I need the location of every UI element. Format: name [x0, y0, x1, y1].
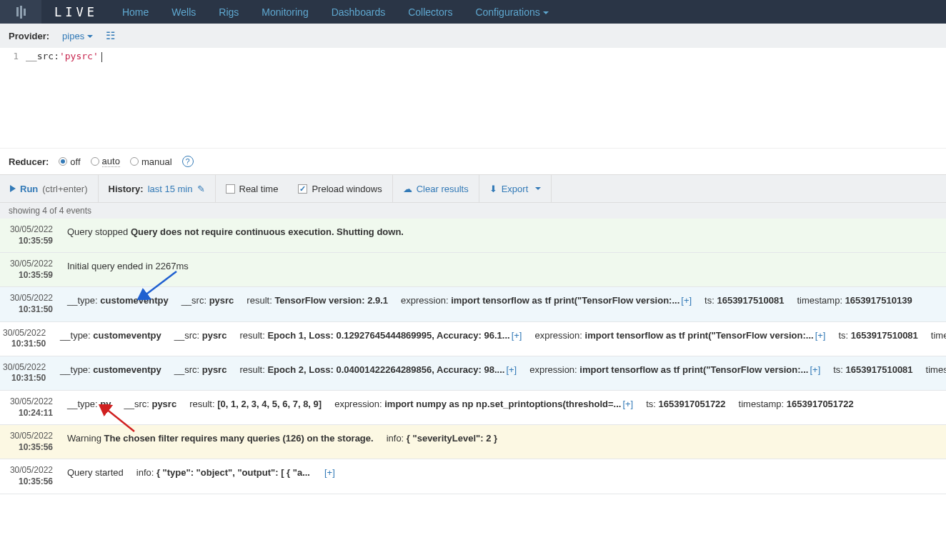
nav-item-collectors[interactable]: Collectors	[397, 1, 464, 24]
event-body: Query stopped Query does not require con…	[60, 219, 946, 252]
run-button[interactable]: Run (ctrl+enter)	[0, 175, 99, 202]
play-icon	[10, 185, 16, 192]
event-body: __type: customeventpy__src: pysrcresult:…	[53, 322, 946, 356]
nav-item-wells[interactable]: Wells	[160, 1, 207, 24]
reducer-manual-radio[interactable]: manual	[130, 156, 172, 167]
event-timestamp: 30/05/202210:24:11	[0, 391, 60, 424]
expand-button[interactable]: [+]	[512, 330, 522, 341]
brand-text: LIVE	[41, 5, 111, 19]
provider-label: Provider:	[9, 31, 49, 41]
event-timestamp: 30/05/202210:35:56	[0, 459, 60, 493]
event-body: Query startedinfo: { "type": "object", "…	[60, 459, 946, 493]
event-body: Warning The chosen filter requires many …	[60, 425, 946, 459]
expand-button[interactable]: [+]	[622, 399, 633, 409]
nav-item-dashboards[interactable]: Dashboards	[320, 1, 397, 24]
edit-icon[interactable]: ✎	[197, 184, 205, 194]
line-number: 1	[0, 51, 26, 62]
event-timestamp: 30/05/202210:31:50	[0, 287, 60, 321]
export-button[interactable]: ⬇ Export	[479, 175, 552, 202]
code-editor[interactable]: 1 __src:'pysrc'	[0, 48, 946, 148]
provider-bar: Provider: pipes ☷	[0, 24, 946, 48]
red-arrow-annotation	[99, 404, 141, 436]
nav-item-home[interactable]: Home	[111, 1, 160, 24]
event-body: __type: customeventpy__src: pysrcresult:…	[53, 356, 946, 390]
nav-item-configurations[interactable]: Configurations	[464, 1, 559, 24]
reducer-bar: Reducer: off auto manual ?	[0, 148, 946, 174]
expand-button[interactable]: [+]	[681, 295, 692, 306]
events-list: 30/05/202210:35:59Query stopped Query do…	[0, 219, 946, 494]
event-timestamp: 30/05/202210:35:59	[0, 219, 60, 252]
reducer-auto-radio[interactable]: auto	[91, 156, 120, 167]
event-row[interactable]: 30/05/202210:35:56Query startedinfo: { "…	[0, 459, 946, 494]
event-row[interactable]: 30/05/202210:31:50__type: customeventpy_…	[0, 356, 946, 391]
event-row[interactable]: 30/05/202210:31:50__type: customeventpy_…	[0, 322, 946, 356]
expand-button[interactable]: [+]	[815, 330, 826, 341]
realtime-checkbox[interactable]: Real time	[216, 175, 289, 202]
navbar: LIVE HomeWellsRigsMonitoringDashboardsCo…	[0, 0, 946, 24]
event-timestamp: 30/05/202210:35:59	[0, 253, 60, 286]
nav-item-monitoring[interactable]: Monitoring	[250, 1, 319, 24]
event-timestamp: 30/05/202210:31:50	[0, 356, 53, 390]
expand-button[interactable]: [+]	[506, 364, 517, 375]
reducer-off-radio[interactable]: off	[59, 156, 80, 167]
svg-line-1	[106, 409, 134, 431]
document-icon[interactable]: ☷	[106, 29, 115, 42]
download-icon: ⬇	[489, 184, 497, 194]
status-bar: showing 4 of 4 events	[0, 203, 946, 219]
event-timestamp: 30/05/202210:35:56	[0, 425, 60, 459]
svg-line-0	[144, 271, 176, 296]
provider-dropdown[interactable]: pipes	[62, 31, 93, 41]
event-row[interactable]: 30/05/202210:24:11__type: py__src: pysrc…	[0, 391, 946, 425]
nav-item-rigs[interactable]: Rigs	[207, 1, 250, 24]
preload-checkbox[interactable]: Preload windows	[288, 175, 392, 202]
reducer-label: Reducer:	[9, 156, 49, 167]
logo-icon[interactable]	[0, 0, 41, 24]
history-section: History: last 15 min ✎	[99, 175, 216, 202]
clear-results-button[interactable]: ☁ Clear results	[392, 175, 479, 202]
cloud-erase-icon: ☁	[403, 184, 412, 194]
expand-button[interactable]: [+]	[324, 467, 335, 478]
event-body: __type: customeventpy__src: pysrcresult:…	[60, 287, 946, 321]
help-icon[interactable]: ?	[182, 156, 194, 167]
expand-button[interactable]: [+]	[810, 364, 820, 375]
event-body: Initial query ended in 2267ms	[60, 253, 946, 286]
event-row[interactable]: 30/05/202210:35:56Warning The chosen fil…	[0, 425, 946, 459]
toolbar: Run (ctrl+enter) History: last 15 min ✎ …	[0, 174, 946, 203]
event-row[interactable]: 30/05/202210:35:59Query stopped Query do…	[0, 219, 946, 253]
event-body: __type: py__src: pysrcresult: [0, 1, 2, …	[60, 391, 946, 424]
event-timestamp: 30/05/202210:31:50	[0, 322, 53, 356]
history-value[interactable]: last 15 min	[148, 184, 193, 194]
blue-arrow-annotation	[137, 269, 180, 300]
